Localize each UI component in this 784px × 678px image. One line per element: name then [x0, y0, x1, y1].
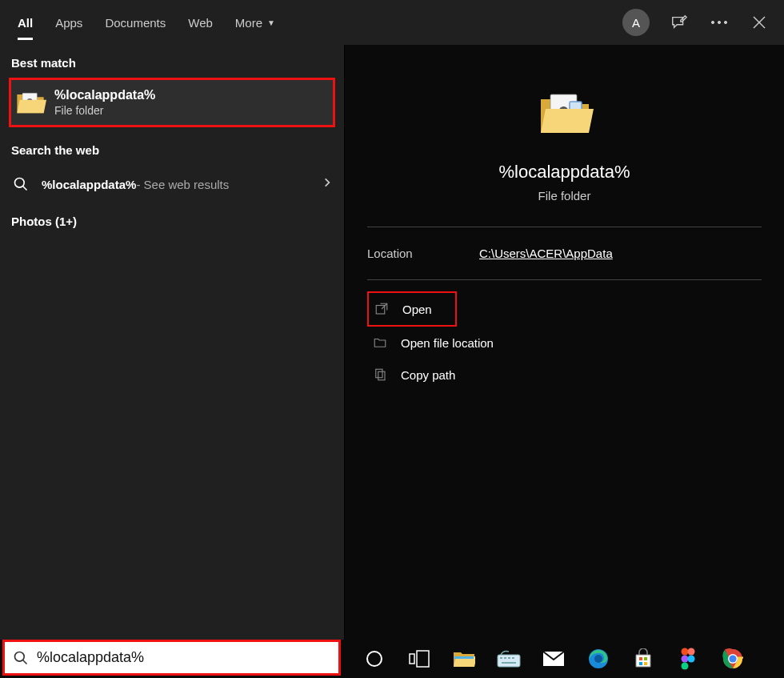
best-match-label: Best match: [0, 45, 344, 78]
action-open[interactable]: Open: [367, 291, 457, 327]
svg-point-1: [718, 21, 720, 23]
tab-web[interactable]: Web: [177, 0, 224, 45]
location-label: Location: [367, 247, 479, 260]
taskbar-mail[interactable]: [537, 642, 570, 676]
folder-icon: [14, 86, 46, 118]
tab-list: All Apps Documents Web More▼: [6, 0, 286, 45]
svg-line-17: [23, 660, 27, 664]
best-match-subtitle: File folder: [54, 104, 155, 117]
results-pane: Best match %localappdata% File folder Se…: [0, 45, 344, 640]
svg-point-38: [688, 656, 695, 663]
svg-point-37: [682, 656, 689, 663]
more-options-icon[interactable]: [701, 4, 738, 41]
taskbar-cortana[interactable]: [358, 642, 391, 676]
taskbar: [343, 640, 784, 678]
folder-outline-icon: [372, 335, 388, 351]
chevron-down-icon: ▼: [267, 18, 275, 27]
tab-more[interactable]: More▼: [224, 0, 286, 45]
svg-rect-23: [500, 657, 502, 659]
svg-point-2: [724, 21, 726, 23]
svg-point-35: [682, 648, 689, 656]
taskbar-task-view[interactable]: [402, 642, 436, 676]
web-result-suffix: - See web results: [136, 178, 229, 191]
svg-rect-15: [378, 371, 385, 380]
detail-actions: Open Open file location Copy path: [345, 280, 784, 402]
svg-rect-21: [454, 656, 474, 659]
svg-rect-27: [502, 662, 516, 664]
taskbar-figma[interactable]: [671, 642, 705, 676]
svg-point-30: [594, 655, 602, 663]
svg-point-36: [688, 648, 695, 656]
taskbar-store[interactable]: [626, 642, 660, 676]
best-match-result[interactable]: %localappdata% File folder: [9, 78, 335, 127]
feedback-icon[interactable]: [661, 4, 698, 41]
close-button[interactable]: [741, 4, 778, 41]
svg-rect-22: [498, 655, 520, 667]
svg-point-7: [15, 179, 25, 188]
taskbar-file-explorer[interactable]: [447, 642, 481, 676]
top-tabs-bar: All Apps Documents Web More▼ A: [0, 0, 784, 45]
svg-point-18: [367, 652, 382, 666]
svg-rect-19: [410, 654, 414, 664]
action-copy-path[interactable]: Copy path: [367, 359, 762, 391]
taskbar-chrome[interactable]: [716, 642, 750, 676]
svg-point-0: [711, 21, 714, 23]
svg-rect-24: [504, 657, 506, 659]
open-icon: [374, 301, 390, 317]
tab-documents[interactable]: Documents: [94, 0, 177, 45]
tab-apps[interactable]: Apps: [44, 0, 94, 45]
taskbar-keyboard[interactable]: [492, 642, 526, 676]
detail-title: %localappdata%: [499, 162, 630, 183]
svg-rect-26: [512, 657, 514, 659]
search-icon: [13, 650, 29, 666]
svg-point-16: [15, 652, 25, 661]
best-match-title: %localappdata%: [54, 88, 155, 102]
top-right-controls: A: [622, 4, 778, 41]
search-input[interactable]: [37, 649, 330, 666]
folder-icon-large: [536, 85, 594, 142]
detail-pane: %localappdata% File folder Location C:\U…: [344, 45, 784, 640]
detail-header: %localappdata% File folder: [367, 45, 762, 227]
detail-subtitle: File folder: [538, 189, 591, 203]
svg-rect-31: [639, 657, 642, 660]
photos-section-label[interactable]: Photos (1+): [0, 203, 344, 236]
svg-rect-25: [508, 657, 510, 659]
action-copy-path-label: Copy path: [401, 368, 455, 382]
search-box[interactable]: [2, 640, 341, 676]
svg-line-8: [23, 187, 27, 191]
svg-point-39: [682, 663, 689, 670]
search-icon: [11, 175, 30, 194]
web-search-result[interactable]: %localappdata% - See web results: [0, 165, 344, 203]
search-web-label: Search the web: [0, 132, 344, 165]
svg-rect-32: [644, 657, 647, 660]
user-avatar[interactable]: A: [622, 9, 650, 36]
svg-rect-14: [376, 369, 382, 378]
chevron-right-icon: [322, 177, 333, 191]
location-path-link[interactable]: C:\Users\ACER\AppData: [479, 247, 613, 260]
svg-point-43: [729, 655, 736, 662]
svg-rect-20: [417, 651, 429, 667]
tab-all[interactable]: All: [6, 0, 44, 45]
svg-rect-34: [644, 662, 647, 665]
copy-icon: [372, 367, 388, 383]
svg-rect-33: [639, 662, 642, 665]
detail-location-row: Location C:\Users\ACER\AppData: [367, 227, 762, 280]
taskbar-edge[interactable]: [582, 642, 615, 676]
action-open-file-location[interactable]: Open file location: [367, 327, 762, 359]
bottom-bar: [0, 640, 784, 678]
web-result-query: %localappdata%: [42, 178, 136, 191]
action-open-location-label: Open file location: [401, 336, 494, 350]
action-open-label: Open: [402, 303, 432, 316]
